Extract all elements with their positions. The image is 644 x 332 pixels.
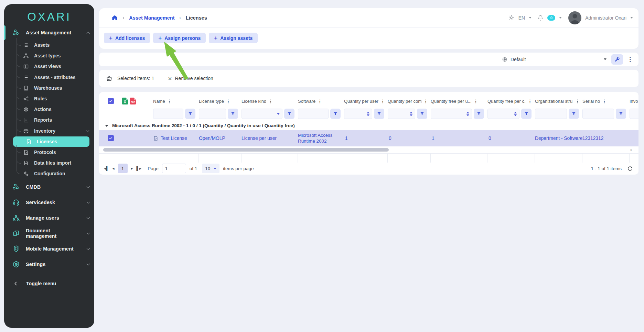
bell-icon[interactable] — [537, 15, 544, 21]
column-menu-icon[interactable]: ⋮ — [474, 99, 478, 104]
filter-button[interactable] — [374, 109, 384, 119]
column-menu-icon[interactable]: ⋮ — [602, 99, 607, 104]
assign-assets-button[interactable]: + Assign assets — [209, 33, 258, 43]
column-menu-icon[interactable]: ⋮ — [318, 99, 322, 104]
mobile-shield-icon — [12, 245, 20, 253]
filter-input-software[interactable] — [298, 109, 329, 119]
sidebar-item-document-management[interactable]: Document management — [4, 225, 94, 241]
cell-quantity-free-per-computers: 0 — [487, 136, 535, 141]
filter-input-quantity-per-users[interactable] — [344, 109, 372, 119]
numeric-stepper[interactable] — [514, 112, 517, 116]
export-excel-icon[interactable]: X — [122, 98, 128, 104]
column-header-quantity-free-per-computers[interactable]: Quantity free per c... — [487, 99, 526, 104]
column-menu-icon[interactable]: ⋮ — [528, 99, 532, 104]
filter-button[interactable] — [616, 109, 626, 119]
funnel-icon — [333, 111, 338, 116]
notification-badge: 0 — [547, 15, 555, 21]
filter-input-invoice[interactable] — [630, 109, 638, 119]
page-1-button[interactable]: 1 — [118, 164, 128, 173]
column-menu-icon[interactable]: ⋮ — [380, 99, 385, 104]
numeric-stepper[interactable] — [410, 112, 412, 116]
scroll-right-arrow-icon[interactable]: ▸ — [631, 148, 632, 152]
cell-license-kind: License per user — [242, 136, 298, 141]
remove-selection-button[interactable]: × Remove selection — [168, 75, 213, 82]
filter-input-serial-no[interactable] — [582, 109, 614, 119]
first-page-button[interactable]: ◂▌ — [104, 166, 109, 170]
sidebar-item-manage-users[interactable]: Manage users — [4, 210, 94, 225]
toggle-menu-button[interactable]: Toggle menu — [4, 277, 94, 290]
avatar[interactable] — [568, 11, 581, 24]
sidebar-item-settings[interactable]: Settings — [4, 256, 94, 272]
horizontal-scrollbar[interactable]: ▸ — [103, 148, 633, 152]
column-header-organizational-structure[interactable]: Organizational stru... — [535, 99, 573, 104]
column-header-license-type[interactable]: License type — [199, 99, 224, 104]
column-menu-icon[interactable]: ⋮ — [268, 99, 273, 104]
column-header-quantity-per-users[interactable]: Quantity per users — [344, 99, 378, 104]
filter-input-organizational-structure[interactable] — [535, 109, 567, 119]
view-selector-dropdown[interactable]: Default — [502, 55, 607, 64]
filter-input-quantity-free-per-users[interactable] — [431, 109, 472, 119]
column-header-quantity-free-per-users[interactable]: Quantity free per u... — [431, 99, 472, 104]
breadcrumb-asset-management[interactable]: Asset Management — [129, 15, 174, 21]
column-header-serial-no[interactable]: Serial no — [582, 99, 600, 104]
export-pdf-icon[interactable]: PDF — [130, 98, 136, 104]
numeric-stepper[interactable] — [367, 112, 369, 116]
filter-input-license-type[interactable] — [199, 109, 226, 119]
add-licenses-button[interactable]: + Add licenses — [104, 33, 150, 43]
chevron-down-icon[interactable] — [529, 17, 532, 19]
scrollbar-thumb[interactable] — [103, 148, 389, 152]
filter-button[interactable] — [521, 109, 532, 119]
last-page-button[interactable]: ▌▸ — [137, 166, 142, 170]
chevron-down-icon[interactable] — [559, 17, 562, 19]
numeric-stepper[interactable] — [466, 112, 469, 116]
filter-button[interactable] — [474, 109, 484, 119]
column-header-software[interactable]: Software — [298, 99, 315, 104]
filter-input-quantity-per-computers[interactable] — [388, 109, 415, 119]
sidebar-item-cmdb[interactable]: CMDB — [4, 179, 94, 195]
sidebar-item-servicedesk[interactable]: Servicedesk — [4, 195, 94, 210]
cell-name[interactable]: Test License — [161, 136, 187, 141]
filter-select-license-kind[interactable] — [242, 109, 282, 119]
funnel-icon — [287, 111, 292, 116]
user-menu[interactable]: Administrator Oxari — [585, 15, 626, 21]
sidebar-item-mobile-management[interactable]: Mobile Management — [4, 241, 94, 256]
sidebar-item-configuration[interactable]: Configuration — [4, 168, 94, 179]
filter-button[interactable] — [228, 109, 238, 119]
column-menu-icon[interactable]: ⋮ — [226, 99, 230, 104]
column-header-invoice[interactable]: Invo — [630, 99, 638, 104]
column-header-quantity-per-computers[interactable]: Quantity per comp... — [388, 99, 421, 104]
table-row[interactable]: Test License Open/MOLP License per user … — [99, 130, 638, 146]
selection-bar: Selected items: 1 × Remove selection — [99, 70, 638, 87]
collapse-caret-icon[interactable] — [105, 125, 108, 127]
group-header-row[interactable]: Microsoft Access Runtime 2002 - 1 / 0 / … — [99, 121, 638, 130]
home-icon[interactable] — [111, 14, 118, 21]
view-settings-wrench-button[interactable] — [611, 54, 623, 65]
sidebar-item-asset-management[interactable]: Asset Management — [4, 25, 94, 40]
filter-button[interactable] — [284, 109, 294, 119]
refresh-icon[interactable] — [627, 166, 633, 171]
gear-icon[interactable] — [508, 14, 515, 21]
filter-button[interactable] — [569, 109, 579, 119]
next-page-button[interactable]: ▸ — [131, 166, 133, 170]
language-selector[interactable]: EN — [518, 15, 525, 21]
items-per-page-select[interactable]: 10 — [202, 164, 219, 173]
filter-button[interactable] — [185, 109, 195, 119]
filter-input-name[interactable] — [153, 109, 183, 119]
column-menu-icon[interactable]: ⋮ — [167, 99, 172, 104]
assign-persons-button[interactable]: + Assign persons — [153, 33, 206, 43]
chevron-down-icon[interactable] — [630, 17, 633, 19]
breadcrumb-licenses[interactable]: Licenses — [186, 15, 207, 21]
filter-button[interactable] — [417, 109, 427, 119]
column-header-name[interactable]: Name — [153, 99, 165, 104]
filter-input-quantity-free-per-computers[interactable] — [487, 109, 519, 119]
page-number-input[interactable] — [162, 164, 186, 173]
select-all-checkbox[interactable] — [108, 98, 114, 104]
filter-button[interactable] — [330, 109, 341, 119]
more-options-menu[interactable]: ⋮ — [627, 58, 633, 61]
row-checkbox[interactable] — [108, 135, 114, 141]
column-menu-icon[interactable]: ⋮ — [575, 99, 580, 104]
column-menu-icon[interactable]: ⋮ — [423, 99, 428, 104]
column-header-license-kind[interactable]: License kind — [242, 99, 266, 104]
breadcrumb: › Asset Management › Licenses — [111, 14, 207, 21]
previous-page-button[interactable]: ◂ — [112, 166, 115, 170]
